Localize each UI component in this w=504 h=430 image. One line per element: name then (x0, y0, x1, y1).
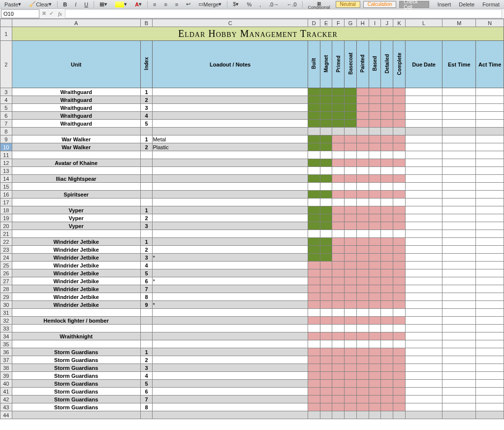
cell-K41[interactable] (393, 388, 406, 396)
cell-J30[interactable] (381, 301, 393, 309)
cell-J4[interactable] (381, 96, 393, 104)
cell-H26[interactable] (356, 269, 369, 277)
row-header-40[interactable]: 40 (0, 380, 12, 388)
cell-F13[interactable] (332, 167, 345, 175)
cell-F14[interactable] (332, 175, 345, 183)
cell-F11[interactable] (332, 151, 345, 159)
cell-N6[interactable] (476, 112, 504, 120)
cell-A8[interactable] (12, 128, 140, 135)
cell-J27[interactable] (381, 277, 393, 285)
col-header-I[interactable]: I (369, 19, 381, 27)
cell-F17[interactable] (332, 198, 345, 206)
cell-J31[interactable] (381, 309, 393, 317)
cell-D13[interactable] (308, 167, 320, 175)
cell-M15[interactable] (442, 183, 476, 191)
cell-D29[interactable] (308, 293, 320, 301)
cell-H8[interactable] (356, 128, 369, 135)
cell-A44[interactable] (12, 411, 140, 419)
cell-I41[interactable] (369, 388, 381, 396)
cell-G15[interactable] (345, 183, 357, 191)
cell-E16[interactable] (320, 191, 332, 198)
cell-H25[interactable] (356, 262, 369, 269)
cell-A20[interactable]: Vyper (12, 222, 140, 230)
cell-M9[interactable] (442, 135, 476, 143)
cell-H7[interactable] (356, 120, 369, 128)
cell-G6[interactable] (345, 112, 357, 120)
row-header-20[interactable]: 20 (0, 222, 12, 230)
cell-D17[interactable] (308, 198, 320, 206)
cell-C36[interactable] (153, 348, 308, 356)
cell-I39[interactable] (369, 372, 381, 380)
cell-A16[interactable]: Spiritseer (12, 191, 140, 198)
delete-button[interactable]: Delete (456, 1, 477, 8)
cell-B9[interactable]: 1 (140, 135, 153, 143)
row-header-7[interactable]: 7 (0, 120, 12, 128)
cell-N30[interactable] (476, 301, 504, 309)
cell-E20[interactable] (320, 222, 332, 230)
cell-C13[interactable] (153, 167, 308, 175)
cell-C40[interactable] (153, 380, 308, 388)
cell-L6[interactable] (405, 112, 442, 120)
cell-N13[interactable] (476, 167, 504, 175)
wrap-button[interactable]: ↩ (184, 1, 193, 8)
cell-I42[interactable] (369, 396, 381, 403)
cell-N18[interactable] (476, 206, 504, 214)
cell-H4[interactable] (356, 96, 369, 104)
cell-B38[interactable]: 3 (140, 364, 153, 372)
row-header-25[interactable]: 25 (0, 262, 12, 269)
cell-C11[interactable] (153, 151, 308, 159)
cell-J11[interactable] (381, 151, 393, 159)
cell-M40[interactable] (442, 380, 476, 388)
cell-G17[interactable] (345, 198, 357, 206)
cell-D31[interactable] (308, 309, 320, 317)
cell-K12[interactable] (393, 159, 406, 167)
cell-B13[interactable] (140, 167, 153, 175)
style-check[interactable]: Check Cell (399, 1, 429, 8)
cell-J35[interactable] (381, 340, 393, 348)
cell-F26[interactable] (332, 269, 345, 277)
cell-M30[interactable] (442, 301, 476, 309)
cell-E43[interactable] (320, 403, 332, 411)
cell-A9[interactable]: War Walker (12, 135, 140, 143)
cell-B18[interactable]: 1 (140, 206, 153, 214)
cell-G19[interactable] (345, 214, 357, 222)
cell-J20[interactable] (381, 222, 393, 230)
cell-C21[interactable] (153, 230, 308, 238)
cell-D6[interactable] (308, 112, 320, 120)
cell-A23[interactable]: Windrider Jetbike (12, 246, 140, 254)
cell-H18[interactable] (356, 206, 369, 214)
cell-I12[interactable] (369, 159, 381, 167)
cell-I30[interactable] (369, 301, 381, 309)
cell-J38[interactable] (381, 364, 393, 372)
header-due[interactable]: Due Date (405, 41, 442, 88)
cell-F7[interactable] (332, 120, 345, 128)
cell-A15[interactable] (12, 183, 140, 191)
cell-M19[interactable] (442, 214, 476, 222)
cell-K27[interactable] (393, 277, 406, 285)
cell-D25[interactable] (308, 262, 320, 269)
cell-E15[interactable] (320, 183, 332, 191)
row-header-5[interactable]: 5 (0, 104, 12, 112)
row-header-22[interactable]: 22 (0, 238, 12, 246)
cell-D20[interactable] (308, 222, 320, 230)
cell-K3[interactable] (393, 88, 406, 96)
cell-A28[interactable]: Windrider Jetbike (12, 285, 140, 293)
cell-G39[interactable] (345, 372, 357, 380)
cell-N42[interactable] (476, 396, 504, 403)
cell-N36[interactable] (476, 348, 504, 356)
cell-C7[interactable] (153, 120, 308, 128)
cell-E34[interactable] (320, 332, 332, 340)
cell-C35[interactable] (153, 340, 308, 348)
cell-C28[interactable] (153, 285, 308, 293)
row-header-36[interactable]: 36 (0, 348, 12, 356)
cell-A31[interactable] (12, 309, 140, 317)
merge-button[interactable]: ▭ Merge ▾ (196, 1, 224, 8)
cell-B19[interactable]: 2 (140, 214, 153, 222)
cell-H39[interactable] (356, 372, 369, 380)
cell-C34[interactable] (153, 332, 308, 340)
cell-B33[interactable] (140, 325, 153, 332)
cell-J9[interactable] (381, 135, 393, 143)
cell-N4[interactable] (476, 96, 504, 104)
cell-C41[interactable] (153, 388, 308, 396)
cell-I44[interactable] (369, 411, 381, 419)
